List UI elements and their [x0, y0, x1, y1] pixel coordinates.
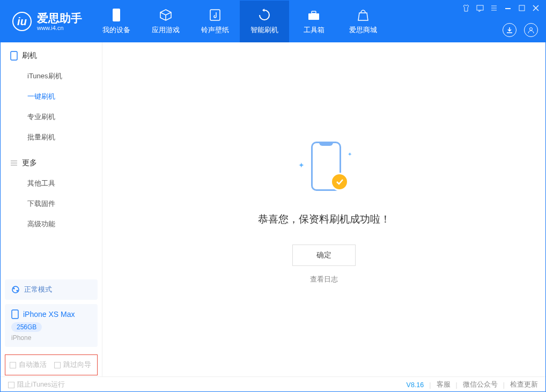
tab-ring[interactable]: 铃声壁纸: [190, 1, 240, 42]
checkbox-skip-wizard[interactable]: 跳过向导: [54, 360, 91, 369]
svg-point-6: [530, 28, 533, 31]
device-capacity-badge: 256GB: [11, 322, 42, 332]
app-header: iu 爱思助手 www.i4.cn 我的设备 应用游戏 铃声壁纸 智能刷机 工具…: [1, 1, 545, 42]
svg-point-10: [17, 290, 18, 292]
user-controls: [503, 23, 538, 37]
svg-rect-7: [11, 51, 17, 60]
footer-link-support[interactable]: 客服: [437, 380, 451, 389]
sidebar-group-more: 更多: [1, 158, 102, 173]
feedback-icon[interactable]: [476, 4, 484, 12]
version-label: V8.16: [407, 381, 424, 389]
checkbox-auto-activate[interactable]: 自动激活: [10, 360, 47, 369]
tab-flash[interactable]: 智能刷机: [240, 1, 289, 42]
user-icon[interactable]: [524, 23, 538, 37]
sidebar-item-other-tools[interactable]: 其他工具: [1, 173, 102, 194]
ok-button[interactable]: 确定: [292, 245, 356, 266]
footer-bar: 阻止iTunes运行 V8.16 | 客服 | 微信公众号 | 检查更新: [1, 376, 545, 392]
bag-icon: [356, 8, 370, 22]
svg-rect-4: [477, 5, 483, 10]
tab-device[interactable]: 我的设备: [92, 1, 141, 42]
minimize-icon[interactable]: [504, 4, 512, 12]
tab-tools[interactable]: 工具箱: [289, 1, 338, 42]
phone-outline-icon: [10, 51, 18, 61]
device-line: iPhone: [11, 334, 91, 342]
close-icon[interactable]: [532, 4, 540, 12]
list-icon: [10, 159, 18, 167]
success-illustration: ✦ ✦: [292, 135, 356, 199]
phone-icon: [109, 8, 123, 22]
sidebar-item-download-firmware[interactable]: 下载固件: [1, 194, 102, 214]
menu-icon[interactable]: [490, 4, 498, 12]
view-log-link[interactable]: 查看日志: [310, 275, 338, 284]
sidebar-item-batch-flash[interactable]: 批量刷机: [1, 127, 102, 147]
refresh-icon: [257, 8, 271, 22]
sidebar: 刷机 iTunes刷机 一键刷机 专业刷机 批量刷机 更多 其他工具 下载固件 …: [1, 42, 102, 376]
main-panel: ✦ ✦ 恭喜您，保资料刷机成功啦！ 确定 查看日志: [102, 42, 545, 376]
toolbox-icon: [307, 8, 321, 22]
svg-rect-11: [12, 310, 18, 319]
sidebar-item-pro-flash[interactable]: 专业刷机: [1, 107, 102, 127]
logo-icon: iu: [12, 12, 32, 31]
tab-store[interactable]: 爱思商城: [338, 1, 388, 42]
check-badge-icon: [330, 173, 349, 191]
footer-link-wechat[interactable]: 微信公众号: [463, 380, 498, 389]
svg-point-8: [12, 286, 19, 293]
sparkle-icon: ✦: [348, 151, 352, 157]
app-name: 爱思助手: [37, 12, 82, 24]
tab-apps[interactable]: 应用游戏: [141, 1, 190, 42]
tab-bar: 我的设备 应用游戏 铃声壁纸 智能刷机 工具箱 爱思商城: [92, 1, 388, 42]
success-message: 恭喜您，保资料刷机成功啦！: [258, 212, 390, 226]
sparkle-icon: ✦: [298, 161, 305, 169]
download-icon[interactable]: [503, 23, 517, 37]
svg-rect-1: [210, 10, 220, 20]
mode-icon: [11, 285, 20, 294]
sidebar-item-oneclick-flash[interactable]: 一键刷机: [1, 86, 102, 107]
svg-rect-3: [312, 11, 316, 13]
checkbox-block-itunes[interactable]: 阻止iTunes运行: [8, 380, 65, 389]
music-icon: [208, 8, 222, 22]
device-icon: [11, 309, 19, 319]
svg-rect-0: [113, 9, 120, 21]
sidebar-item-itunes-flash[interactable]: iTunes刷机: [1, 66, 102, 86]
bottom-checkbox-panel: 自动激活 跳过向导: [5, 354, 98, 375]
app-url: www.i4.cn: [37, 25, 82, 31]
window-controls: [462, 4, 540, 12]
footer-link-update[interactable]: 检查更新: [510, 380, 538, 389]
cube-icon: [159, 8, 173, 22]
sidebar-item-advanced[interactable]: 高级功能: [1, 214, 102, 234]
device-mode-row[interactable]: 正常模式: [5, 279, 98, 300]
maximize-icon[interactable]: [518, 4, 526, 12]
tshirt-icon[interactable]: [462, 4, 470, 12]
app-logo: iu 爱思助手 www.i4.cn: [1, 12, 92, 31]
svg-point-9: [13, 288, 15, 290]
sidebar-group-flash: 刷机: [1, 51, 102, 66]
svg-rect-5: [519, 5, 525, 11]
device-info-row[interactable]: iPhone XS Max 256GB iPhone: [5, 304, 98, 347]
svg-rect-2: [308, 13, 319, 20]
